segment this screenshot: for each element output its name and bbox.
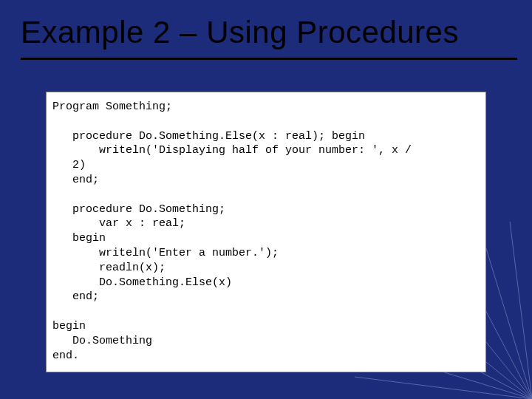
code-line: Do.Something.Else(x) bbox=[52, 276, 232, 289]
code-content: Program Something; procedure Do.Somethin… bbox=[52, 100, 480, 363]
code-line: begin bbox=[52, 320, 86, 332]
code-line: readln(x); bbox=[52, 262, 166, 274]
page-title: Example 2 – Using Procedures bbox=[21, 15, 511, 50]
code-line: writeln('Displaying half of your number:… bbox=[52, 144, 412, 157]
svg-line-0 bbox=[355, 377, 532, 399]
slide: Example 2 – Using Procedures Program Som… bbox=[0, 0, 532, 399]
code-line: 2) bbox=[52, 159, 86, 171]
code-line: Program Something; bbox=[52, 100, 172, 113]
code-line: procedure Do.Something; bbox=[52, 203, 225, 216]
svg-line-6 bbox=[480, 229, 532, 399]
code-line: var x : real; bbox=[52, 217, 185, 230]
code-line: end. bbox=[52, 349, 79, 362]
title-underline bbox=[21, 58, 517, 60]
code-line: Do.Something bbox=[52, 335, 152, 347]
code-line: begin bbox=[52, 232, 106, 245]
code-line: writeln('Enter a number.'); bbox=[52, 247, 279, 259]
code-line: end; bbox=[52, 174, 99, 186]
code-line: end; bbox=[52, 290, 99, 303]
code-box: Program Something; procedure Do.Somethin… bbox=[46, 92, 486, 372]
svg-line-7 bbox=[510, 222, 532, 399]
code-line: procedure Do.Something.Else(x : real); b… bbox=[52, 130, 365, 143]
